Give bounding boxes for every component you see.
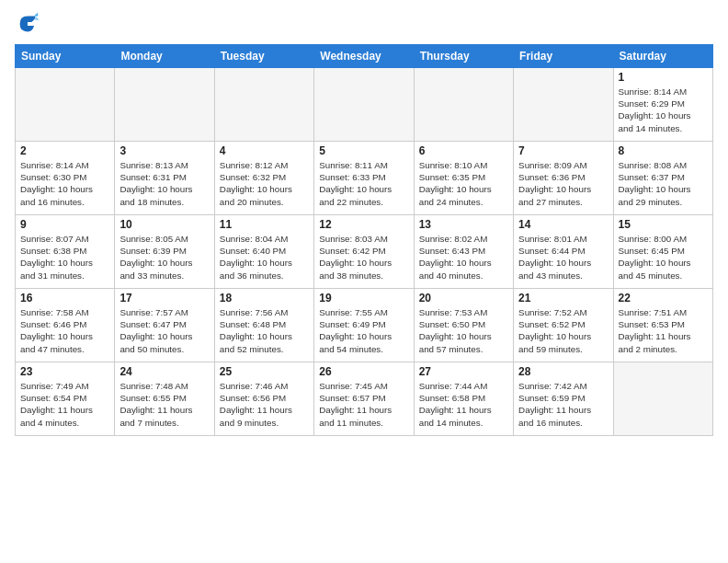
day-number: 24 bbox=[119, 365, 209, 378]
day-number: 6 bbox=[419, 144, 508, 157]
day-info: Sunrise: 8:10 AM Sunset: 6:35 PM Dayligh… bbox=[419, 159, 508, 208]
day-number: 7 bbox=[518, 144, 608, 157]
calendar-cell: 17Sunrise: 7:57 AM Sunset: 6:47 PM Dayli… bbox=[115, 289, 214, 362]
day-info: Sunrise: 7:44 AM Sunset: 6:58 PM Dayligh… bbox=[419, 380, 508, 429]
calendar-cell: 19Sunrise: 7:55 AM Sunset: 6:49 PM Dayli… bbox=[314, 289, 414, 362]
day-number: 2 bbox=[20, 144, 109, 157]
calendar-cell: 27Sunrise: 7:44 AM Sunset: 6:58 PM Dayli… bbox=[414, 362, 513, 436]
day-info: Sunrise: 8:03 AM Sunset: 6:42 PM Dayligh… bbox=[319, 233, 408, 282]
day-number: 8 bbox=[619, 144, 708, 157]
day-info: Sunrise: 8:13 AM Sunset: 6:31 PM Dayligh… bbox=[119, 159, 209, 208]
weekday-header-saturday: Saturday bbox=[613, 45, 712, 68]
day-info: Sunrise: 7:55 AM Sunset: 6:49 PM Dayligh… bbox=[319, 306, 408, 355]
header bbox=[15, 11, 713, 37]
day-number: 19 bbox=[319, 292, 408, 304]
weekday-header-row: SundayMondayTuesdayWednesdayThursdayFrid… bbox=[16, 45, 713, 68]
day-info: Sunrise: 8:08 AM Sunset: 6:37 PM Dayligh… bbox=[619, 159, 708, 208]
day-info: Sunrise: 8:14 AM Sunset: 6:29 PM Dayligh… bbox=[619, 86, 708, 134]
calendar-cell: 14Sunrise: 8:01 AM Sunset: 6:44 PM Dayli… bbox=[514, 215, 613, 289]
day-number: 4 bbox=[220, 144, 309, 157]
calendar-cell: 22Sunrise: 7:51 AM Sunset: 6:53 PM Dayli… bbox=[613, 289, 712, 362]
calendar-cell: 23Sunrise: 7:49 AM Sunset: 6:54 PM Dayli… bbox=[16, 362, 115, 436]
calendar-cell: 20Sunrise: 7:53 AM Sunset: 6:50 PM Dayli… bbox=[414, 289, 513, 362]
day-info: Sunrise: 7:58 AM Sunset: 6:46 PM Dayligh… bbox=[20, 306, 109, 355]
weekday-header-wednesday: Wednesday bbox=[314, 45, 414, 68]
logo-icon bbox=[15, 11, 40, 37]
calendar-cell: 5Sunrise: 8:11 AM Sunset: 6:33 PM Daylig… bbox=[314, 142, 414, 215]
day-number: 13 bbox=[419, 218, 508, 231]
calendar-cell: 2Sunrise: 8:14 AM Sunset: 6:30 PM Daylig… bbox=[16, 142, 115, 215]
day-number: 26 bbox=[319, 365, 408, 378]
week-row-4: 16Sunrise: 7:58 AM Sunset: 6:46 PM Dayli… bbox=[16, 289, 713, 362]
calendar-cell bbox=[314, 68, 414, 142]
day-number: 21 bbox=[518, 292, 608, 304]
day-number: 20 bbox=[419, 292, 508, 304]
calendar-cell bbox=[613, 362, 712, 436]
week-row-1: 1Sunrise: 8:14 AM Sunset: 6:29 PM Daylig… bbox=[16, 68, 713, 142]
calendar-cell: 13Sunrise: 8:02 AM Sunset: 6:43 PM Dayli… bbox=[414, 215, 513, 289]
day-info: Sunrise: 7:57 AM Sunset: 6:47 PM Dayligh… bbox=[119, 306, 209, 355]
day-number: 9 bbox=[20, 218, 109, 231]
calendar-cell bbox=[414, 68, 513, 142]
day-number: 12 bbox=[319, 218, 408, 231]
day-info: Sunrise: 8:01 AM Sunset: 6:44 PM Dayligh… bbox=[518, 233, 608, 282]
calendar-cell: 25Sunrise: 7:46 AM Sunset: 6:56 PM Dayli… bbox=[214, 362, 313, 436]
calendar-cell: 26Sunrise: 7:45 AM Sunset: 6:57 PM Dayli… bbox=[314, 362, 414, 436]
day-number: 14 bbox=[518, 218, 608, 231]
calendar-cell: 18Sunrise: 7:56 AM Sunset: 6:48 PM Dayli… bbox=[214, 289, 313, 362]
calendar-cell bbox=[514, 68, 613, 142]
day-number: 23 bbox=[20, 365, 109, 378]
calendar-cell: 16Sunrise: 7:58 AM Sunset: 6:46 PM Dayli… bbox=[16, 289, 115, 362]
day-info: Sunrise: 8:09 AM Sunset: 6:36 PM Dayligh… bbox=[518, 159, 608, 208]
calendar-cell: 7Sunrise: 8:09 AM Sunset: 6:36 PM Daylig… bbox=[514, 142, 613, 215]
day-info: Sunrise: 7:53 AM Sunset: 6:50 PM Dayligh… bbox=[419, 306, 508, 355]
day-number: 11 bbox=[220, 218, 309, 231]
day-number: 25 bbox=[220, 365, 309, 378]
weekday-header-friday: Friday bbox=[514, 45, 613, 68]
day-info: Sunrise: 7:51 AM Sunset: 6:53 PM Dayligh… bbox=[619, 306, 708, 355]
day-number: 17 bbox=[119, 292, 209, 304]
calendar-cell: 12Sunrise: 8:03 AM Sunset: 6:42 PM Dayli… bbox=[314, 215, 414, 289]
day-number: 27 bbox=[419, 365, 508, 378]
weekday-header-sunday: Sunday bbox=[16, 45, 115, 68]
day-info: Sunrise: 7:49 AM Sunset: 6:54 PM Dayligh… bbox=[20, 380, 109, 429]
day-info: Sunrise: 7:48 AM Sunset: 6:55 PM Dayligh… bbox=[119, 380, 209, 429]
calendar-cell bbox=[16, 68, 115, 142]
day-info: Sunrise: 8:14 AM Sunset: 6:30 PM Dayligh… bbox=[20, 159, 109, 208]
calendar-cell: 21Sunrise: 7:52 AM Sunset: 6:52 PM Dayli… bbox=[514, 289, 613, 362]
day-info: Sunrise: 7:45 AM Sunset: 6:57 PM Dayligh… bbox=[319, 380, 408, 429]
calendar-cell: 9Sunrise: 8:07 AM Sunset: 6:38 PM Daylig… bbox=[16, 215, 115, 289]
weekday-header-monday: Monday bbox=[115, 45, 214, 68]
day-info: Sunrise: 7:46 AM Sunset: 6:56 PM Dayligh… bbox=[220, 380, 309, 429]
calendar-cell bbox=[214, 68, 313, 142]
weekday-header-thursday: Thursday bbox=[414, 45, 513, 68]
day-number: 10 bbox=[119, 218, 209, 231]
day-info: Sunrise: 8:04 AM Sunset: 6:40 PM Dayligh… bbox=[220, 233, 309, 282]
week-row-2: 2Sunrise: 8:14 AM Sunset: 6:30 PM Daylig… bbox=[16, 142, 713, 215]
day-number: 1 bbox=[619, 71, 708, 84]
weekday-header-tuesday: Tuesday bbox=[214, 45, 313, 68]
day-number: 28 bbox=[518, 365, 608, 378]
calendar-cell bbox=[115, 68, 214, 142]
day-info: Sunrise: 8:12 AM Sunset: 6:32 PM Dayligh… bbox=[220, 159, 309, 208]
calendar-cell: 15Sunrise: 8:00 AM Sunset: 6:45 PM Dayli… bbox=[613, 215, 712, 289]
day-info: Sunrise: 7:42 AM Sunset: 6:59 PM Dayligh… bbox=[518, 380, 608, 429]
calendar-cell: 6Sunrise: 8:10 AM Sunset: 6:35 PM Daylig… bbox=[414, 142, 513, 215]
calendar-cell: 3Sunrise: 8:13 AM Sunset: 6:31 PM Daylig… bbox=[115, 142, 214, 215]
day-info: Sunrise: 8:00 AM Sunset: 6:45 PM Dayligh… bbox=[619, 233, 708, 282]
day-number: 3 bbox=[119, 144, 209, 157]
day-info: Sunrise: 8:11 AM Sunset: 6:33 PM Dayligh… bbox=[319, 159, 408, 208]
calendar-table: SundayMondayTuesdayWednesdayThursdayFrid… bbox=[15, 44, 713, 436]
calendar-cell: 8Sunrise: 8:08 AM Sunset: 6:37 PM Daylig… bbox=[613, 142, 712, 215]
calendar-cell: 10Sunrise: 8:05 AM Sunset: 6:39 PM Dayli… bbox=[115, 215, 214, 289]
logo bbox=[15, 11, 44, 37]
day-number: 16 bbox=[20, 292, 109, 304]
calendar-cell: 4Sunrise: 8:12 AM Sunset: 6:32 PM Daylig… bbox=[214, 142, 313, 215]
day-number: 15 bbox=[619, 218, 708, 231]
calendar-cell: 24Sunrise: 7:48 AM Sunset: 6:55 PM Dayli… bbox=[115, 362, 214, 436]
day-info: Sunrise: 7:52 AM Sunset: 6:52 PM Dayligh… bbox=[518, 306, 608, 355]
calendar-cell: 1Sunrise: 8:14 AM Sunset: 6:29 PM Daylig… bbox=[613, 68, 712, 142]
week-row-3: 9Sunrise: 8:07 AM Sunset: 6:38 PM Daylig… bbox=[16, 215, 713, 289]
day-number: 5 bbox=[319, 144, 408, 157]
day-info: Sunrise: 7:56 AM Sunset: 6:48 PM Dayligh… bbox=[220, 306, 309, 355]
